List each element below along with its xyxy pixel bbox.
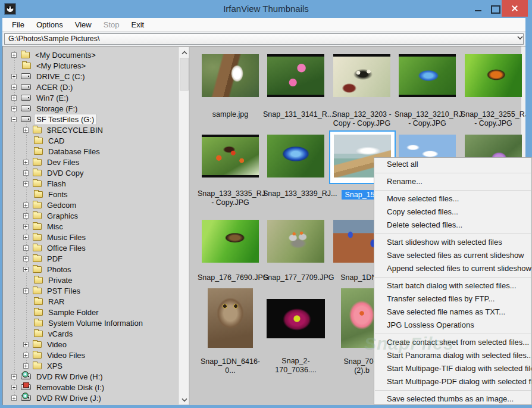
menu-item-save-slideshow[interactable]: Save selected files as current slideshow xyxy=(374,249,531,262)
tree-item-music-files[interactable]: Music Files xyxy=(3,232,87,242)
tree-item-rar[interactable]: RAR xyxy=(3,296,66,307)
menu-item-batch-dialog[interactable]: Start batch dialog with selected files..… xyxy=(374,279,531,292)
menu-item-select-all[interactable]: Select all xyxy=(374,158,531,171)
plus-toggle-icon[interactable] xyxy=(23,213,29,219)
tree-item-gedcom[interactable]: Gedcom xyxy=(3,200,78,210)
plus-toggle-icon[interactable] xyxy=(23,363,29,369)
tree-item-system-volume-information[interactable]: System Volume Information xyxy=(3,317,145,328)
menu-item-multipage-pdf[interactable]: Start Multipage-PDF dialog with selected… xyxy=(374,375,531,388)
menu-item-rename[interactable]: Rename... xyxy=(374,175,531,188)
thumbnail-snap-176-7690[interactable]: Snap_176_7690.JPG xyxy=(198,220,263,282)
menu-options[interactable]: Options xyxy=(30,18,69,31)
path-combobox[interactable]: G:\Photos\Sample Pictures\ xyxy=(4,33,524,45)
drive-icon xyxy=(21,105,31,111)
plus-toggle-icon[interactable] xyxy=(23,267,29,272)
menu-view[interactable]: View xyxy=(69,18,98,31)
tree-scrollbar[interactable] xyxy=(179,47,189,404)
tree-item-cad[interactable]: CAD xyxy=(3,135,66,146)
menu-item-panorama-dialog[interactable]: Start Panorama dialog with selected file… xyxy=(374,349,531,362)
tree-item-video[interactable]: Video xyxy=(3,339,68,350)
thumbnail-snap-133-3335[interactable]: Snap_133_3335_RJ - Copy.JPG xyxy=(198,135,263,207)
menu-exit[interactable]: Exit xyxy=(125,18,150,31)
folder-icon xyxy=(34,309,43,316)
plus-toggle-icon[interactable] xyxy=(23,170,29,176)
tree-item-drive-f[interactable]: Storage (F:) xyxy=(3,103,79,114)
minus-toggle-icon[interactable] xyxy=(11,117,17,122)
thumbnail-snap-132-3255[interactable]: Snap_132_3255_RJ - Copy.JPG xyxy=(461,54,525,128)
tree-item-sample-folder[interactable]: Sample Folder xyxy=(3,307,101,317)
tree-item-pdf[interactable]: PDF xyxy=(3,253,64,264)
plus-toggle-icon[interactable] xyxy=(23,353,29,358)
thumbnail-snap-2-170-dahlia[interactable]: Snap_2-170_7036.... xyxy=(263,288,328,375)
menu-item-copy-selected[interactable]: Copy selected files... xyxy=(374,205,531,219)
plus-toggle-icon[interactable] xyxy=(11,74,17,79)
tree-item-misc[interactable]: Misc xyxy=(3,221,65,232)
tree-item-database-files[interactable]: Database Files xyxy=(3,146,102,157)
thumbnail-snap-177-7709[interactable]: Snap_177_7709.JPG xyxy=(263,220,328,282)
plus-toggle-icon[interactable] xyxy=(11,106,17,111)
chevron-down-icon[interactable] xyxy=(518,35,522,39)
minimize-button[interactable] xyxy=(470,0,487,17)
menu-item-start-slideshow[interactable]: Start slideshow with selected files xyxy=(374,236,531,249)
plus-toggle-icon[interactable] xyxy=(23,342,29,347)
tree-item-dvd-copy[interactable]: DVD Copy xyxy=(3,167,85,178)
tree-item-drive-c[interactable]: DRIVE_C (C:) xyxy=(3,71,87,82)
menu-item-contact-sheet[interactable]: Create contact sheet from selected files… xyxy=(374,336,531,349)
menu-item-move-selected[interactable]: Move selected files... xyxy=(374,192,531,205)
plus-toggle-icon[interactable] xyxy=(23,181,29,186)
tree-item-private[interactable]: Private xyxy=(3,275,74,285)
tree-item-dev-files[interactable]: Dev Files xyxy=(3,157,81,167)
tree-item-video-files[interactable]: Video Files xyxy=(3,350,87,360)
menu-file[interactable]: File xyxy=(6,18,30,31)
tree-item-vcards[interactable]: vCards xyxy=(3,328,74,339)
tree-item-dvd-drive-j[interactable]: DVD RW Drive (J:) xyxy=(3,393,103,403)
thumbnail-snap-132-3210[interactable]: Snap_132_3210_RJ - Copy.JPG xyxy=(395,54,460,128)
tree-item-drive-e[interactable]: Win7 (E:) xyxy=(3,92,70,103)
plus-toggle-icon[interactable] xyxy=(23,235,29,240)
plus-toggle-icon[interactable] xyxy=(23,224,29,229)
plus-toggle-icon[interactable] xyxy=(23,160,29,165)
tree-item-my-documents[interactable]: <My Documents> xyxy=(3,49,98,60)
thumbnail-sample-jpg[interactable]: sample.jpg xyxy=(198,54,263,119)
plus-toggle-icon[interactable] xyxy=(23,127,29,133)
tree-item-graphics[interactable]: Graphics xyxy=(3,210,80,221)
scrollbar-thumb[interactable] xyxy=(180,58,189,91)
scroll-up-arrow-icon[interactable] xyxy=(179,47,189,57)
tree-item-pst-files[interactable]: PST Files xyxy=(3,285,82,296)
menu-item-save-names-txt[interactable]: Save selected file names as TXT... xyxy=(374,306,531,319)
scroll-down-arrow-icon[interactable] xyxy=(179,394,189,404)
plus-toggle-icon[interactable] xyxy=(11,95,17,101)
plus-toggle-icon[interactable] xyxy=(23,256,29,261)
plus-toggle-icon[interactable] xyxy=(11,374,17,379)
menu-item-save-thumbs-image[interactable]: Save selected thumbs as an image... xyxy=(374,393,531,405)
thumbnail-snap-133-3339[interactable]: Snap_133_3339_RJ... xyxy=(263,135,328,198)
plus-toggle-icon[interactable] xyxy=(11,85,17,90)
menu-item-jpg-lossless[interactable]: JPG Lossless Operations xyxy=(374,319,531,332)
menu-item-multipage-tif[interactable]: Start Multipage-TIF dialog with selected… xyxy=(374,362,531,375)
plus-toggle-icon[interactable] xyxy=(11,52,17,58)
tree-item-fonts[interactable]: Fonts xyxy=(3,189,70,200)
tree-item-drive-g-selected[interactable]: SF TestFiles (G:) xyxy=(3,114,96,124)
tree-item-photos[interactable]: Photos xyxy=(3,264,73,275)
close-button[interactable] xyxy=(502,0,528,17)
tree-item-flash[interactable]: Flash xyxy=(3,178,68,189)
menu-item-append-slideshow[interactable]: Append selected files to current slidesh… xyxy=(374,262,531,275)
tree-item-office-files[interactable]: Office Files xyxy=(3,242,87,253)
menu-item-delete-selected[interactable]: Delete selected files... xyxy=(374,219,531,232)
plus-toggle-icon[interactable] xyxy=(11,385,17,390)
thumbnail-snap-1dn-6416-owl[interactable]: Snap_1DN_6416-0... xyxy=(198,288,263,375)
tree-item-dvd-drive-h[interactable]: DVD RW Drive (H:) xyxy=(3,371,105,382)
thumbnail-snap-131-3141[interactable]: Snap_131_3141_R... xyxy=(263,54,328,119)
tree-item-xps[interactable]: XPS xyxy=(3,360,64,371)
thumbnail-snap-132-3203[interactable]: Snap_132_3203 - Copy - Copy.JPG xyxy=(329,54,395,128)
tree-item-recycle-bin[interactable]: $RECYCLE.BIN xyxy=(3,124,105,135)
plus-toggle-icon[interactable] xyxy=(23,245,29,251)
plus-toggle-icon[interactable] xyxy=(23,203,29,208)
plus-toggle-icon[interactable] xyxy=(11,395,17,401)
tree-item-my-pictures[interactable]: <My Pictures> xyxy=(3,60,87,71)
maximize-button[interactable] xyxy=(487,0,502,17)
tree-item-drive-d[interactable]: ACER (D:) xyxy=(3,82,74,92)
tree-item-removable-disk-i[interactable]: Removable Disk (I:) xyxy=(3,382,106,393)
menu-item-ftp-transfer[interactable]: Transfer selected files by FTP... xyxy=(374,292,531,306)
plus-toggle-icon[interactable] xyxy=(23,288,29,294)
